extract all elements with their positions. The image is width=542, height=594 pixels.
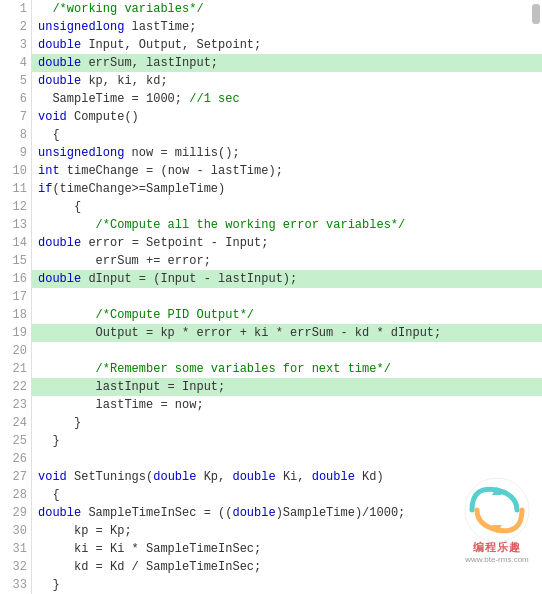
code-line: } (32, 576, 542, 594)
line-number: 33 (0, 576, 27, 594)
code-line: { (32, 126, 542, 144)
line-number: 4 (0, 54, 27, 72)
code-line: } (32, 414, 542, 432)
line-number: 11 (0, 180, 27, 198)
code-line: lastInput = Input; (32, 378, 542, 396)
line-number: 3 (0, 36, 27, 54)
code-line: if(timeChange>=SampleTime) (32, 180, 542, 198)
line-number: 26 (0, 450, 27, 468)
line-number: 30 (0, 522, 27, 540)
line-number: 15 (0, 252, 27, 270)
line-number: 2 (0, 18, 27, 36)
line-number: 21 (0, 360, 27, 378)
code-line: lastTime = now; (32, 396, 542, 414)
line-number: 9 (0, 144, 27, 162)
line-number: 22 (0, 378, 27, 396)
code-line: Output = kp * error + ki * errSum - kd *… (32, 324, 542, 342)
line-number: 29 (0, 504, 27, 522)
line-number: 1 (0, 0, 27, 18)
code-line: void Compute() (32, 108, 542, 126)
code-line: /*working variables*/ (32, 0, 542, 18)
code-line: errSum += error; (32, 252, 542, 270)
code-line: /*Compute all the working error variable… (32, 216, 542, 234)
line-number: 27 (0, 468, 27, 486)
line-number: 13 (0, 216, 27, 234)
code-line (32, 288, 542, 306)
code-line: double errSum, lastInput; (32, 54, 542, 72)
line-number: 18 (0, 306, 27, 324)
code-line: { (32, 198, 542, 216)
scroll-indicator[interactable] (532, 4, 540, 24)
line-number: 24 (0, 414, 27, 432)
code-line: SampleTime = 1000; //1 sec (32, 90, 542, 108)
line-number: 20 (0, 342, 27, 360)
line-number: 32 (0, 558, 27, 576)
code-line: int timeChange = (now - lastTime); (32, 162, 542, 180)
code-line: double kp, ki, kd; (32, 72, 542, 90)
line-number: 7 (0, 108, 27, 126)
code-line: unsigned long lastTime; (32, 18, 542, 36)
code-line: double error = Setpoint - Input; (32, 234, 542, 252)
code-line: /*Remember some variables for next time*… (32, 360, 542, 378)
line-number: 19 (0, 324, 27, 342)
code-line: unsigned long now = millis(); (32, 144, 542, 162)
line-number: 16 (0, 270, 27, 288)
code-line (32, 450, 542, 468)
line-number: 8 (0, 126, 27, 144)
line-number: 12 (0, 198, 27, 216)
line-number: 25 (0, 432, 27, 450)
code-line: double Input, Output, Setpoint; (32, 36, 542, 54)
watermark: 编程乐趣 www.bte-rms.com (462, 475, 532, 564)
line-number: 6 (0, 90, 27, 108)
code-line: } (32, 432, 542, 450)
line-number: 5 (0, 72, 27, 90)
line-numbers: 1234567891011121314151617181920212223242… (0, 0, 32, 594)
line-number: 28 (0, 486, 27, 504)
code-editor: 1234567891011121314151617181920212223242… (0, 0, 542, 594)
line-number: 31 (0, 540, 27, 558)
code-line: /*Compute PID Output*/ (32, 306, 542, 324)
code-line: double dInput = (Input - lastInput); (32, 270, 542, 288)
watermark-subtext: www.bte-rms.com (465, 555, 529, 564)
line-number: 17 (0, 288, 27, 306)
line-number: 14 (0, 234, 27, 252)
line-number: 23 (0, 396, 27, 414)
line-number: 10 (0, 162, 27, 180)
code-line (32, 342, 542, 360)
